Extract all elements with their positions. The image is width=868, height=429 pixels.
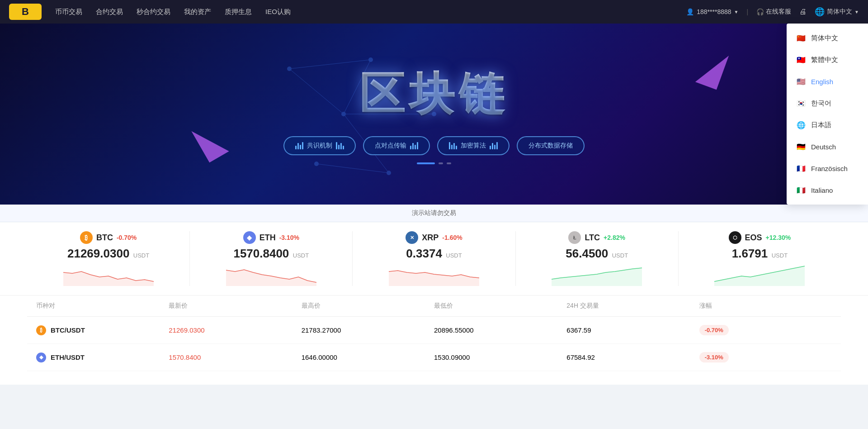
pair-cell-btc: ₿ BTC/USDT — [36, 325, 169, 335]
lang-label-de: Deutsch — [811, 143, 836, 151]
lang-option-en[interactable]: 🇺🇸 English — [787, 71, 868, 92]
ltc-change: +2.82% — [604, 234, 625, 241]
hero-tag-3: 分布式数据存储 — [517, 136, 585, 155]
xrp-price: 0.3374 — [406, 247, 442, 260]
username: 188****8888 — [697, 8, 731, 15]
bars-icon-0 — [295, 142, 303, 149]
eth-icon: ◆ — [243, 231, 256, 244]
eth-name: ETH — [259, 233, 276, 243]
flag-it: 🇮🇹 — [796, 185, 807, 195]
col-high: 最高价 — [302, 302, 434, 310]
ticker-eth[interactable]: ◆ ETH -3.10% 1570.8400 USDT — [190, 231, 353, 286]
print-icon[interactable]: 🖨 — [799, 8, 807, 16]
flag-zh-tw: 🇹🇼 — [796, 54, 807, 65]
lang-label-zh-tw: 繁體中文 — [811, 56, 838, 64]
user-info[interactable]: 👤 188****8888 ▼ — [686, 8, 738, 15]
eth-change: -3.10% — [279, 234, 299, 241]
lang-option-zh-cn[interactable]: 🇨🇳 简体中文 — [787, 27, 868, 49]
bars-icon-2 — [449, 142, 457, 149]
xrp-icon: ✕ — [406, 231, 418, 244]
flag-ja: 🌐 — [796, 119, 807, 130]
xrp-sparkline — [389, 263, 479, 286]
chevron-down-icon: ▼ — [734, 10, 739, 14]
btc-price: 21269.0300 — [67, 247, 129, 260]
ltc-icon: Ł — [568, 231, 581, 244]
nav-coin-trade[interactable]: 币币交易 — [55, 8, 82, 16]
btc-change-badge: -0.70% — [699, 325, 832, 335]
eth-volume: 67584.92 — [566, 353, 699, 361]
hero-pagination — [283, 162, 585, 164]
eos-unit: USDT — [772, 252, 788, 259]
hero-tag-2: 加密算法 — [437, 136, 509, 155]
logo[interactable]: B — [9, 4, 42, 20]
nav-ieo[interactable]: IEO认购 — [265, 8, 291, 16]
ticker-eos[interactable]: ⬡ EOS +12.30% 1.6791 USDT — [679, 231, 841, 286]
hero-tag-label-3: 分布式数据存储 — [528, 142, 573, 150]
globe-icon: 🌐 — [815, 7, 825, 17]
eth-high: 1646.00000 — [302, 353, 434, 361]
market-table: 币种对 最新价 最高价 最低价 24H 交易量 涨幅 ₿ BTC/USDT 21… — [0, 296, 868, 385]
lang-option-de[interactable]: 🇩🇪 Deutsch — [787, 136, 868, 157]
hero-dot-2[interactable] — [447, 162, 451, 164]
flag-de: 🇩🇪 — [796, 141, 807, 152]
table-row-eth[interactable]: ◆ ETH/USDT 1570.8400 1646.00000 1530.090… — [27, 344, 841, 371]
nav-pledge[interactable]: 质押生息 — [225, 8, 252, 16]
hero-tag-label-0: 共识机制 — [307, 142, 332, 150]
ticker-xrp[interactable]: ✕ XRP -1.60% 0.3374 USDT — [353, 231, 515, 286]
btc-sparkline — [63, 263, 154, 286]
ltc-price: 56.4500 — [566, 247, 608, 260]
lang-label-ja: 日本語 — [811, 121, 831, 129]
col-volume: 24H 交易量 — [566, 302, 699, 310]
hero-dot-1[interactable] — [439, 162, 443, 164]
ticker-ltc[interactable]: Ł LTC +2.82% 56.4500 USDT — [516, 231, 679, 286]
language-dropdown: 🇨🇳 简体中文 🇹🇼 繁體中文 🇺🇸 English 🇰🇷 한국어 🌐 日本語 … — [787, 24, 868, 205]
eth-unit: USDT — [293, 252, 309, 259]
lang-option-ja[interactable]: 🌐 日本語 — [787, 114, 868, 136]
xrp-name: XRP — [422, 233, 439, 243]
col-low: 最低价 — [434, 302, 566, 310]
nav-my-assets[interactable]: 我的资产 — [184, 8, 211, 16]
lang-option-ko[interactable]: 🇰🇷 한국어 — [787, 92, 868, 114]
btc-high: 21783.27000 — [302, 326, 434, 334]
pair-cell-eth: ◆ ETH/USDT — [36, 353, 169, 362]
btc-low: 20896.55000 — [434, 326, 566, 334]
btc-badge: -0.70% — [699, 325, 729, 335]
table-row-btc[interactable]: ₿ BTC/USDT 21269.0300 21783.27000 20896.… — [27, 317, 841, 344]
nav-second-contract[interactable]: 秒合约交易 — [137, 8, 170, 16]
eos-icon: ⬡ — [729, 231, 741, 244]
hero-tag-1: 点对点传输 — [363, 136, 430, 155]
bars-icon-0b — [336, 142, 344, 149]
lang-option-it[interactable]: 🇮🇹 Italiano — [787, 179, 868, 201]
svg-point-1 — [368, 57, 373, 62]
lang-option-fr[interactable]: 🇫🇷 Französisch — [787, 157, 868, 179]
nav-contract-trade[interactable]: 合约交易 — [96, 8, 123, 16]
nav-right: 👤 188****8888 ▼ | 🎧 在线客服 🖨 🌐 简体中文 ▼ — [686, 7, 859, 17]
lang-label-en: English — [811, 78, 833, 86]
nav-links: 币币交易 合约交易 秒合约交易 我的资产 质押生息 IEO认购 — [55, 8, 686, 16]
language-button[interactable]: 🌐 简体中文 ▼ — [815, 7, 859, 17]
btc-unit: USDT — [133, 252, 149, 259]
lang-option-zh-tw[interactable]: 🇹🇼 繁體中文 — [787, 49, 868, 71]
hero-tag-0: 共识机制 — [283, 136, 356, 155]
online-service[interactable]: 🎧 在线客服 — [756, 8, 791, 16]
user-icon: 👤 — [686, 8, 694, 15]
hero-tag-label-2: 加密算法 — [461, 142, 486, 150]
eos-name: EOS — [745, 233, 762, 243]
btc-price-row: 21269.0300 USDT — [67, 247, 149, 261]
btc-table-icon: ₿ — [36, 325, 46, 335]
ticker-ltc-header: Ł LTC +2.82% — [568, 231, 625, 244]
eth-latest-price: 1570.8400 — [169, 353, 301, 361]
hero-dot-active[interactable] — [417, 162, 435, 164]
ticker-btc[interactable]: ₿ BTC -0.70% 21269.0300 USDT — [27, 231, 190, 286]
flag-ko: 🇰🇷 — [796, 98, 807, 109]
service-label: 在线客服 — [766, 8, 791, 16]
headset-icon: 🎧 — [756, 8, 764, 15]
flag-zh-cn: 🇨🇳 — [796, 33, 807, 43]
hero-banner: 区块链 共识机制 点对点传输 — [0, 24, 868, 205]
btc-icon: ₿ — [80, 231, 93, 244]
ltc-name: LTC — [585, 233, 600, 243]
xrp-price-row: 0.3374 USDT — [406, 247, 462, 261]
eth-badge: -3.10% — [699, 352, 729, 362]
btc-pair-label: BTC/USDT — [51, 326, 85, 334]
eos-change: +12.30% — [766, 234, 791, 241]
